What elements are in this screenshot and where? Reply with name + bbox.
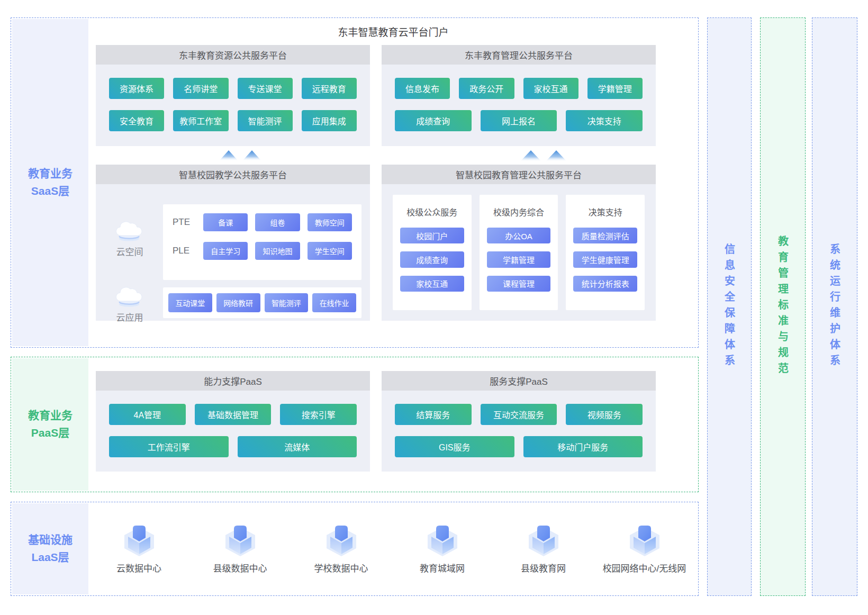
module-button[interactable]: 智能测评 <box>265 293 309 312</box>
infrastructure-item: 县级教育网 <box>493 524 594 574</box>
module-button[interactable]: 远程教育 <box>302 78 357 99</box>
infrastructure-item: 教育城域网 <box>392 524 493 574</box>
module-button[interactable]: GIS服务 <box>395 436 514 457</box>
teaching-platform-title: 智慧校园教学公共服务平台 <box>96 165 370 184</box>
module-button[interactable]: 统计分析报表 <box>573 276 637 292</box>
infrastructure-item: 学校数据中心 <box>291 524 392 574</box>
cube-icon <box>526 524 561 557</box>
manage-platform-buttons: 信息发布 政务公开 家校互通 学籍管理 成绩查询 网上报名 决策支持 <box>382 65 656 144</box>
cloud-apps-panel: 互动课堂 网络教研 智能测评 在线作业 <box>163 287 361 318</box>
service-paas-title: 服务支撑PaaS <box>382 371 656 391</box>
module-button[interactable]: 基础数据管理 <box>195 404 272 425</box>
module-button[interactable]: 移动门户服务 <box>523 436 643 457</box>
module-button[interactable]: 网络教研 <box>216 293 260 312</box>
manage-platform-panel: 东丰教育管理公共服务平台 信息发布 政务公开 家校互通 学籍管理 成绩查询 网上… <box>382 45 656 146</box>
infrastructure-item: 云数据中心 <box>88 524 189 574</box>
module-button[interactable]: 家校互通 <box>523 78 578 99</box>
module-button[interactable]: 知识地图 <box>255 242 300 260</box>
cloud-space-group: 云空间 <box>100 219 159 258</box>
ability-paas-buttons: 4A管理 基础数据管理 搜索引擎 工作流引擎 流媒体 <box>96 391 370 471</box>
module-button[interactable]: 校园门户 <box>400 228 464 243</box>
module-button[interactable]: 智能测评 <box>238 110 293 131</box>
module-button[interactable]: 互动课堂 <box>168 293 212 312</box>
module-button[interactable]: 家校互通 <box>400 276 464 292</box>
paas-layer-label-line2: PaaS层 <box>31 424 69 442</box>
cloud-icon <box>116 219 143 241</box>
module-button[interactable]: 结算服务 <box>395 404 472 425</box>
module-button[interactable]: 资源体系 <box>109 78 164 99</box>
cube-icon <box>122 524 157 557</box>
cloud-app-group: 云应用 <box>100 285 159 323</box>
module-button[interactable]: 应用集成 <box>302 110 357 131</box>
school-manage-platform-panel: 智慧校园教育管理公共服务平台 校级公众服务 校园门户 成绩查询 家校互通 校级内… <box>382 165 656 321</box>
school-manage-columns: 校级公众服务 校园门户 成绩查询 家校互通 校级内务综合 办公OA 学籍管理 课… <box>382 184 656 321</box>
module-button[interactable]: 学生空间 <box>308 242 352 260</box>
ability-paas-title: 能力支撑PaaS <box>96 371 370 391</box>
module-button[interactable]: 学生健康管理 <box>573 251 637 267</box>
column-title: 校级内务综合 <box>487 205 551 218</box>
public-service-column: 校级公众服务 校园门户 成绩查询 家校互通 <box>393 195 472 310</box>
module-button[interactable]: 学籍管理 <box>587 78 643 99</box>
resource-platform-buttons: 资源体系 名师讲堂 专送课堂 远程教育 安全教育 教师工作室 智能测评 应用集成 <box>96 65 370 144</box>
saas-layer-box: 教育业务 SaaS层 东丰智慧教育云平台门户 东丰教育资源公共服务平台 资源体系… <box>11 17 699 348</box>
infrastructure-item-label: 县级教育网 <box>521 561 566 574</box>
resource-platform-panel: 东丰教育资源公共服务平台 资源体系 名师讲堂 专送课堂 远程教育 安全教育 教师… <box>96 45 370 146</box>
module-button[interactable]: 视频服务 <box>566 404 643 425</box>
school-manage-platform-title: 智慧校园教育管理公共服务平台 <box>382 165 656 184</box>
up-arrow-icon <box>242 150 261 161</box>
portal-title: 东丰智慧教育云平台门户 <box>88 24 698 39</box>
module-button[interactable]: 信息发布 <box>395 78 450 99</box>
module-button[interactable]: 4A管理 <box>109 404 186 425</box>
up-arrows-right <box>520 150 567 161</box>
cloud-app-label: 云应用 <box>100 310 159 323</box>
pillar-label: 信息安全保障体系 <box>722 243 737 370</box>
module-button[interactable]: 学籍管理 <box>487 251 551 267</box>
module-button[interactable]: 安全教育 <box>109 110 164 131</box>
pte-label: PTE <box>173 217 196 228</box>
module-button[interactable]: 在线作业 <box>312 293 356 312</box>
ple-label: PLE <box>173 246 196 256</box>
paas-layer-label-line1: 教育业务 <box>28 407 73 424</box>
module-button[interactable]: 流媒体 <box>238 436 357 457</box>
cube-icon <box>627 524 662 557</box>
resource-platform-title: 东丰教育资源公共服务平台 <box>96 45 370 65</box>
module-button[interactable]: 课程管理 <box>487 276 551 292</box>
module-button[interactable]: 决策支持 <box>566 110 643 131</box>
manage-platform-title: 东丰教育管理公共服务平台 <box>382 45 656 65</box>
module-button[interactable]: 自主学习 <box>203 242 248 260</box>
pte-ple-panel: PTE 备课 组卷 教师空间 PLE 自主学习 知识地图 学生空间 <box>163 204 361 280</box>
module-button[interactable]: 成绩查询 <box>395 110 472 131</box>
up-arrow-icon <box>520 150 541 161</box>
laas-layer-label-line1: 基础设施 <box>28 531 73 549</box>
infrastructure-item-label: 校园网络中心/无线网 <box>603 561 686 574</box>
module-button[interactable]: 教师空间 <box>308 213 352 231</box>
architecture-diagram: 教育业务 SaaS层 东丰智慧教育云平台门户 东丰教育资源公共服务平台 资源体系… <box>0 0 868 615</box>
module-button[interactable]: 组卷 <box>255 213 300 231</box>
teaching-platform-panel: 智慧校园教学公共服务平台 云空间 <box>96 165 370 321</box>
module-button[interactable]: 政务公开 <box>459 78 514 99</box>
module-button[interactable]: 专送课堂 <box>238 78 293 99</box>
infrastructure-item: 县级数据中心 <box>189 524 291 574</box>
module-button[interactable]: 搜索引擎 <box>280 404 357 425</box>
module-button[interactable]: 成绩查询 <box>400 251 464 267</box>
teaching-platform-body: 云空间 云应用 PTE 备课 <box>96 184 370 321</box>
module-button[interactable]: 网上报名 <box>481 110 557 131</box>
cube-icon <box>223 524 258 557</box>
module-button[interactable]: 教师工作室 <box>173 110 228 131</box>
laas-layer-box: 基础设施 LaaS层 云数据中心 县级数据中 <box>11 502 699 596</box>
module-button[interactable]: 互动交流服务 <box>481 404 557 425</box>
paas-layer-box: 教育业务 PaaS层 能力支撑PaaS 4A管理 基础数据管理 搜索引擎 工作流… <box>11 357 699 492</box>
up-arrow-icon <box>219 150 238 161</box>
infrastructure-item-label: 学校数据中心 <box>314 561 368 574</box>
module-button[interactable]: 质量检测评估 <box>573 228 637 243</box>
module-button[interactable]: 办公OA <box>487 228 551 243</box>
cloud-icon <box>116 285 143 307</box>
saas-layer-label-line1: 教育业务 <box>28 165 73 183</box>
module-button[interactable]: 工作流引擎 <box>109 436 229 457</box>
module-button[interactable]: 名师讲堂 <box>173 78 228 99</box>
pillar-edu-standards: 教育管理标准与规范 <box>760 17 806 596</box>
internal-affairs-column: 校级内务综合 办公OA 学籍管理 课程管理 <box>480 195 558 310</box>
module-button[interactable]: 备课 <box>203 213 248 231</box>
pillar-system-maintenance: 系统运行维护体系 <box>812 17 857 596</box>
infrastructure-item: 校园网络中心/无线网 <box>594 524 695 574</box>
